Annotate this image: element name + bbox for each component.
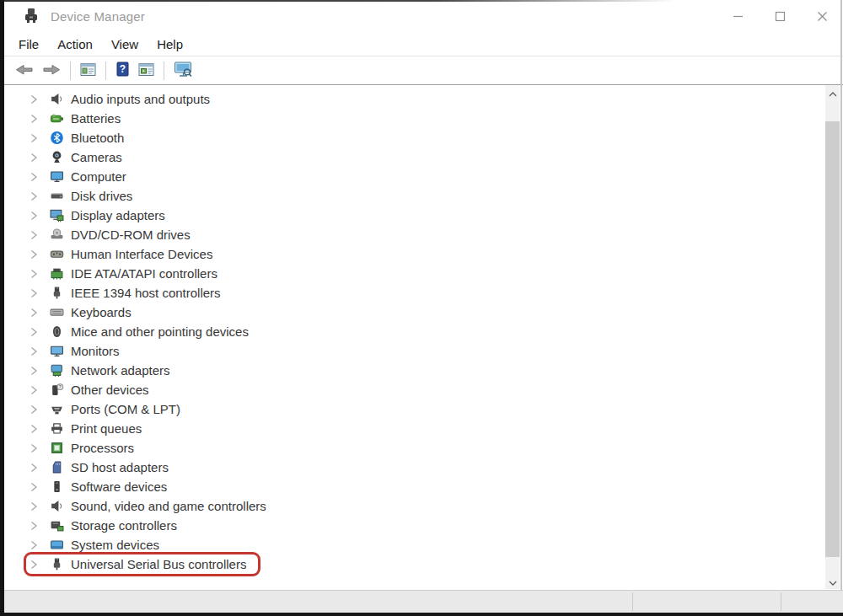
expand-chevron-icon[interactable] (30, 288, 38, 298)
scan-hardware-changes-button[interactable] (171, 60, 196, 82)
tree-row-audio-inputs-and-outputs[interactable]: Audio inputs and outputs (4, 89, 843, 109)
expand-chevron-icon[interactable] (30, 269, 38, 279)
network-adapter-icon (49, 363, 64, 378)
tree-row-display-adapters[interactable]: Display adapters (4, 206, 843, 225)
expand-chevron-icon[interactable] (30, 172, 38, 182)
expand-chevron-icon[interactable] (30, 404, 38, 415)
tree-row-storage-controllers[interactable]: Storage controllers (4, 516, 843, 535)
forward-arrow-icon (42, 62, 61, 79)
tree-row-computer[interactable]: Computer (4, 167, 843, 186)
minimize-button[interactable] (717, 0, 759, 32)
tree-row-human-interface-devices[interactable]: Human Interface Devices (4, 244, 843, 264)
expand-chevron-icon[interactable] (30, 327, 38, 337)
expand-chevron-icon[interactable] (30, 230, 38, 240)
dvd-drive-icon (49, 228, 64, 243)
menu-item-file[interactable]: File (9, 35, 48, 54)
usb-plug-icon (49, 557, 64, 572)
tree-row-other-devices[interactable]: ? Other devices (4, 380, 843, 399)
bottom-bar-divider (632, 592, 633, 611)
vertical-scrollbar[interactable] (825, 85, 840, 589)
speaker-icon (49, 92, 64, 107)
tree-row-disk-drives[interactable]: Disk drives (4, 186, 843, 206)
tree-row-sound-video-and-game-controllers[interactable]: Sound, video and game controllers (4, 496, 843, 516)
expand-chevron-icon[interactable] (30, 560, 38, 570)
console-tree-button[interactable] (78, 61, 99, 81)
tree-row-ieee-1394-host-controllers[interactable]: IEEE 1394 host controllers (4, 283, 843, 303)
screenshot-top-edge (0, 0, 843, 2)
firewire-plug-icon (49, 286, 64, 301)
tree-row-ide-ata-atapi-controllers[interactable]: IDE ATA/ATAPI controllers (4, 264, 843, 283)
expand-chevron-icon[interactable] (30, 133, 38, 143)
expand-chevron-icon[interactable] (30, 424, 38, 434)
expand-chevron-icon[interactable] (30, 521, 38, 531)
menu-item-action[interactable]: Action (48, 35, 102, 54)
expand-chevron-icon[interactable] (30, 211, 38, 221)
expand-chevron-icon[interactable] (30, 540, 38, 550)
tree-row-dvd-cd-rom-drives[interactable]: DVD/CD-ROM drives (4, 225, 843, 244)
expand-chevron-icon[interactable] (30, 482, 38, 492)
expand-chevron-icon[interactable] (30, 249, 38, 260)
tree-row-ports-com-lpt[interactable]: Ports (COM & LPT) (4, 399, 843, 419)
tree-row-monitors[interactable]: Monitors (4, 341, 843, 361)
device-tree-rows: Audio inputs and outputs Batteries Bluet… (4, 85, 843, 574)
keyboard-icon (49, 305, 64, 320)
tree-row-processors[interactable]: Processors (4, 438, 843, 458)
speaker-icon (49, 499, 64, 514)
screenshot-left-edge (0, 0, 4, 616)
close-button[interactable] (801, 0, 843, 32)
device-manager-icon (22, 8, 40, 24)
tree-row-cameras[interactable]: Cameras (4, 147, 843, 167)
tree-row-software-devices[interactable]: Software devices (4, 477, 843, 496)
tree-row-bluetooth[interactable]: Bluetooth (4, 128, 843, 147)
screenshot-bottom-edge (0, 613, 843, 616)
tree-row-system-devices[interactable]: System devices (4, 535, 843, 554)
menu-bar: FileActionViewHelp (4, 32, 843, 56)
expand-chevron-icon[interactable] (30, 153, 38, 163)
menu-item-view[interactable]: View (102, 35, 148, 54)
bluetooth-icon (49, 131, 64, 146)
tree-row-network-adapters[interactable]: Network adapters (4, 361, 843, 380)
chevron-up-icon (829, 87, 837, 99)
expand-chevron-icon[interactable] (30, 366, 38, 376)
back-arrow-icon (15, 62, 34, 79)
expand-chevron-icon[interactable] (30, 443, 38, 453)
tree-row-sd-host-adapters[interactable]: SD host adapters (4, 458, 843, 477)
expand-chevron-icon[interactable] (30, 501, 38, 512)
help-button[interactable]: ? (113, 60, 132, 81)
expand-chevron-icon[interactable] (30, 308, 38, 318)
expand-chevron-icon[interactable] (30, 114, 38, 124)
expand-chevron-icon[interactable] (30, 463, 38, 473)
window-title: Device Manager (51, 9, 145, 24)
scrollbar-down-button[interactable] (825, 574, 840, 589)
system-device-icon (49, 538, 64, 553)
tree-row-mice-and-other-pointing-devices[interactable]: Mice and other pointing devices (4, 322, 843, 341)
tree-row-batteries[interactable]: Batteries (4, 109, 843, 128)
hid-icon (49, 247, 64, 262)
expand-chevron-icon[interactable] (30, 94, 38, 104)
tree-row-universal-serial-bus-controllers[interactable]: Universal Serial Bus controllers (4, 554, 843, 574)
tree-row-keyboards[interactable]: Keyboards (4, 303, 843, 322)
tree-row-print-queues[interactable]: Print queues (4, 419, 843, 438)
toolbar-separator (70, 62, 71, 80)
forward-arrow-button[interactable] (40, 61, 63, 81)
computer-icon (49, 169, 64, 185)
processor-icon (49, 441, 64, 456)
maximize-button[interactable] (759, 0, 801, 32)
scrollbar-up-button[interactable] (825, 85, 840, 100)
ide-controller-icon (49, 266, 64, 281)
mouse-icon (49, 324, 64, 340)
window-right-border (840, 0, 842, 590)
expand-chevron-icon[interactable] (30, 385, 38, 395)
menu-item-help[interactable]: Help (148, 35, 192, 54)
port-connector-icon (49, 402, 64, 417)
chevron-down-icon (829, 576, 837, 588)
scrollbar-thumb[interactable] (825, 121, 840, 557)
window-controls (717, 0, 843, 32)
console-tree-icon (80, 62, 96, 79)
expand-chevron-icon[interactable] (30, 191, 38, 201)
back-arrow-button[interactable] (13, 61, 36, 81)
expand-chevron-icon[interactable] (30, 346, 38, 356)
properties-button[interactable] (136, 61, 157, 81)
storage-controller-icon (49, 518, 64, 533)
properties-icon (138, 62, 154, 79)
